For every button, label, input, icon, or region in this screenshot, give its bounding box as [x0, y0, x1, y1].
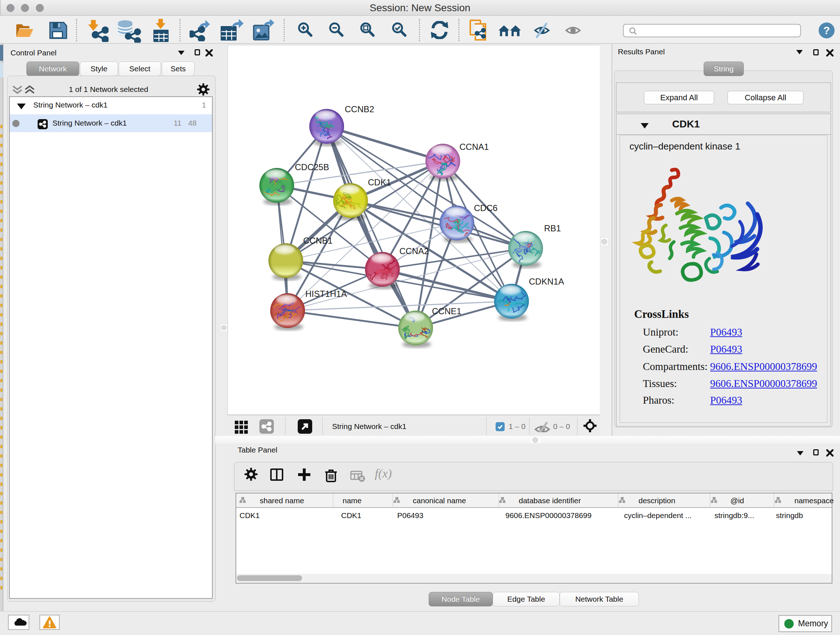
svg-text:CCNB1: CCNB1 — [303, 236, 332, 245]
svg-text:CDC6: CDC6 — [474, 203, 497, 213]
svg-text:CCNA2: CCNA2 — [399, 246, 429, 256]
svg-text:RB1: RB1 — [544, 223, 561, 233]
svg-text:HIST1H1A: HIST1H1A — [305, 289, 347, 299]
svg-text:CCNE1: CCNE1 — [432, 306, 461, 316]
svg-text:CDKN1A: CDKN1A — [529, 277, 564, 287]
svg-text:CCNA1: CCNA1 — [459, 142, 489, 152]
svg-text:CCNB2: CCNB2 — [345, 104, 374, 114]
svg-text:CDC25B: CDC25B — [295, 162, 329, 172]
svg-text:CDK1: CDK1 — [368, 177, 391, 187]
